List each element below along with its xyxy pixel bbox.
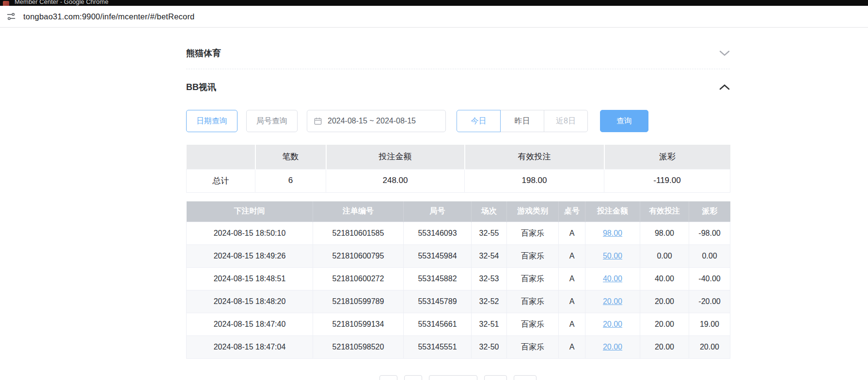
col-header-game-type: 游戏类别 bbox=[507, 201, 559, 222]
table-header-row: 下注时间 注单编号 局号 场次 游戏类别 桌号 投注金额 有效投注 派彩 bbox=[187, 201, 730, 222]
quick-range-yesterday-button[interactable]: 昨日 bbox=[500, 110, 544, 132]
valid-bet: 20.00 bbox=[640, 336, 689, 359]
chevron-down-icon[interactable] bbox=[719, 50, 730, 57]
payout: 20.00 bbox=[689, 336, 730, 359]
pagination-next-button[interactable] bbox=[484, 375, 507, 380]
table-no: A bbox=[559, 268, 585, 290]
bet-amount-cell: 40.00 bbox=[585, 268, 640, 290]
table-no: A bbox=[559, 336, 585, 359]
table-no: A bbox=[559, 222, 585, 245]
site-settings-icon[interactable] bbox=[6, 11, 16, 22]
section-title-bb: BB视讯 bbox=[186, 81, 216, 93]
bet-amount-link[interactable]: 20.00 bbox=[603, 343, 622, 351]
summary-row-label: 总计 bbox=[187, 169, 255, 192]
session: 32-55 bbox=[472, 222, 507, 245]
col-header-payout: 派彩 bbox=[689, 201, 730, 222]
url-text[interactable]: tongbao31.com:9900/infe/mcenter/#/betRec… bbox=[23, 12, 195, 21]
summary-header-row: 笔数 投注金额 有效投注 派彩 bbox=[187, 145, 730, 169]
bet-amount-link[interactable]: 40.00 bbox=[603, 274, 622, 283]
payout: -20.00 bbox=[689, 290, 730, 313]
browser-window: Member Center - Google Chrome tongbao31.… bbox=[0, 0, 868, 380]
col-header-round-no: 局号 bbox=[404, 201, 472, 222]
valid-bet: 98.00 bbox=[640, 222, 689, 245]
round-no: 553146093 bbox=[404, 222, 472, 245]
calendar-icon bbox=[314, 117, 322, 125]
quick-range-last8days-button[interactable]: 近8日 bbox=[544, 110, 588, 132]
payout: 19.00 bbox=[689, 313, 730, 336]
game-type: 百家乐 bbox=[507, 313, 559, 336]
bet-record-table: 下注时间 注单编号 局号 场次 游戏类别 桌号 投注金额 有效投注 派彩 202… bbox=[186, 201, 730, 359]
order-no: 521810599789 bbox=[313, 290, 404, 313]
summary-count-value: 6 bbox=[255, 169, 326, 192]
table-no: A bbox=[559, 290, 585, 313]
round-no: 553145551 bbox=[404, 336, 472, 359]
summary-header-payout: 派彩 bbox=[604, 145, 730, 169]
summary-payout-value: -119.00 bbox=[604, 169, 730, 192]
table-no: A bbox=[559, 245, 585, 268]
table-row: 2024-08-15 18:47:04 521810598520 5531455… bbox=[187, 336, 730, 359]
summary-row: 总计 6 248.00 198.00 -119.00 bbox=[187, 169, 730, 192]
game-type: 百家乐 bbox=[507, 336, 559, 359]
order-no: 521810601585 bbox=[313, 222, 404, 245]
date-query-tab-button[interactable]: 日期查询 bbox=[186, 110, 237, 132]
bet-amount-link[interactable]: 20.00 bbox=[603, 297, 622, 305]
bet-amount-link[interactable]: 98.00 bbox=[603, 229, 622, 237]
col-header-bet-amount: 投注金额 bbox=[585, 201, 640, 222]
bet-time: 2024-08-15 18:49:26 bbox=[187, 245, 313, 268]
order-no: 521810600795 bbox=[313, 245, 404, 268]
bet-time: 2024-08-15 18:47:40 bbox=[187, 313, 313, 336]
col-header-session: 场次 bbox=[472, 201, 507, 222]
payout: -98.00 bbox=[689, 222, 730, 245]
summary-header-count: 笔数 bbox=[255, 145, 326, 169]
round-query-tab-button[interactable]: 局号查询 bbox=[246, 110, 298, 132]
order-no: 521810598520 bbox=[313, 336, 404, 359]
round-no: 553145661 bbox=[404, 313, 472, 336]
pagination bbox=[186, 375, 730, 380]
section-bb-video[interactable]: BB视讯 bbox=[186, 72, 730, 102]
search-button[interactable]: 查询 bbox=[600, 110, 648, 132]
pagination-prev-button[interactable] bbox=[379, 375, 397, 380]
game-type: 百家乐 bbox=[507, 245, 559, 268]
session: 32-54 bbox=[472, 245, 507, 268]
session: 32-52 bbox=[472, 290, 507, 313]
game-type: 百家乐 bbox=[507, 290, 559, 313]
valid-bet: 20.00 bbox=[640, 290, 689, 313]
bet-amount-cell: 98.00 bbox=[585, 222, 640, 245]
payout: 0.00 bbox=[689, 245, 730, 268]
session: 32-53 bbox=[472, 268, 507, 290]
bet-record-page: 熊猫体育 BB视讯 日期查询 局号查询 bbox=[186, 28, 730, 380]
bet-time: 2024-08-15 18:50:10 bbox=[187, 222, 313, 245]
section-title-panda: 熊猫体育 bbox=[186, 47, 221, 59]
payout: -40.00 bbox=[689, 268, 730, 290]
round-no: 553145882 bbox=[404, 268, 472, 290]
chevron-up-icon[interactable] bbox=[719, 84, 730, 91]
pagination-jump-input[interactable] bbox=[514, 375, 537, 380]
valid-bet: 0.00 bbox=[640, 245, 689, 268]
valid-bet: 20.00 bbox=[640, 313, 689, 336]
order-no: 521810599134 bbox=[313, 313, 404, 336]
pagination-page-size-select[interactable] bbox=[429, 375, 477, 380]
filter-toolbar: 日期查询 局号查询 2024-08-15 ~ 2024-08-15 今日 昨日 … bbox=[186, 110, 730, 132]
bet-amount-link[interactable]: 20.00 bbox=[603, 320, 622, 328]
table-row: 2024-08-15 18:48:51 521810600272 5531458… bbox=[187, 268, 730, 290]
date-range-value: 2024-08-15 ~ 2024-08-15 bbox=[328, 117, 416, 125]
site-favicon-icon bbox=[3, 1, 9, 6]
col-header-order-no: 注单编号 bbox=[313, 201, 404, 222]
bet-amount-cell: 20.00 bbox=[585, 313, 640, 336]
table-row: 2024-08-15 18:48:20 521810599789 5531457… bbox=[187, 290, 730, 313]
bet-time: 2024-08-15 18:48:20 bbox=[187, 290, 313, 313]
date-range-input[interactable]: 2024-08-15 ~ 2024-08-15 bbox=[307, 110, 446, 132]
pagination-page-button[interactable] bbox=[404, 375, 422, 380]
bet-amount-link[interactable]: 50.00 bbox=[603, 252, 622, 260]
section-panda-sports[interactable]: 熊猫体育 bbox=[186, 37, 730, 69]
table-no: A bbox=[559, 313, 585, 336]
bet-amount-cell: 20.00 bbox=[585, 336, 640, 359]
valid-bet: 40.00 bbox=[640, 268, 689, 290]
quick-range-button-group: 今日 昨日 近8日 bbox=[457, 110, 588, 132]
game-type: 百家乐 bbox=[507, 222, 559, 245]
summary-table: 笔数 投注金额 有效投注 派彩 总计 6 248.00 198.00 -119.… bbox=[186, 145, 730, 193]
quick-range-today-button[interactable]: 今日 bbox=[457, 110, 501, 132]
table-row: 2024-08-15 18:50:10 521810601585 5531460… bbox=[187, 222, 730, 245]
col-header-time: 下注时间 bbox=[187, 201, 313, 222]
table-row: 2024-08-15 18:47:40 521810599134 5531456… bbox=[187, 313, 730, 336]
